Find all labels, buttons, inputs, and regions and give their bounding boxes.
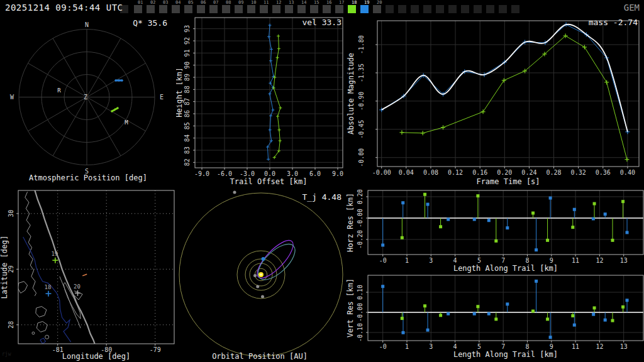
panel-title-q: Q* 35.6 (133, 18, 167, 28)
stems (381, 193, 628, 251)
tick-label: -0 (379, 343, 387, 350)
ticks: -013457891112130.20-0.00-0.20 (357, 189, 628, 264)
tick-label: 0.36 (596, 169, 611, 176)
ticks: -0.000.040.080.120.160.200.240.280.320.3… (358, 35, 635, 176)
frame-slot-empty[interactable] (436, 5, 444, 13)
frame-slot-empty[interactable] (448, 5, 457, 13)
tick-label: 5 (477, 343, 481, 350)
tick-label: 0.20 (357, 189, 364, 204)
tick-label: 0.12 (448, 169, 463, 176)
frame-slot-empty[interactable] (398, 5, 406, 13)
frame-thumbnail-16[interactable]: 16 (323, 5, 331, 13)
frame-slot-empty[interactable] (486, 5, 494, 13)
tick-label: 12 (596, 257, 603, 264)
tick-label: 9.0 (332, 170, 343, 177)
tick-label: 13 (620, 343, 628, 350)
sky-streaks (111, 79, 123, 112)
panel-caption: Orbital Position [AU] (212, 352, 308, 361)
planet-mercury (253, 274, 257, 277)
frame-thumbnail-13[interactable]: 13 (285, 5, 293, 13)
frame-number: 10 (251, 1, 256, 5)
y-axis-label: Horz Res [km] (346, 193, 355, 252)
frame-thumbnail-18[interactable]: 18 (348, 5, 356, 13)
planet-jupiter (233, 191, 236, 194)
frame-thumbnail-02[interactable]: 02 (147, 5, 155, 13)
status-bar: 0102030405060708091011121314151617181920… (0, 0, 644, 16)
frame-slot-empty[interactable] (411, 5, 419, 13)
meteor-analysis-dashboard: 0102030405060708091011121314151617181920… (0, 0, 644, 362)
tick-label: 83 (184, 146, 191, 154)
tick-label: 90 (184, 62, 191, 69)
x-axis-label: Trail Offset [km] (230, 177, 308, 186)
tick-label: 6.0 (309, 170, 321, 177)
tick-label: -0.90 (358, 92, 365, 111)
series (266, 24, 282, 161)
frame-thumbnail-19[interactable]: 19 (360, 5, 369, 13)
tick-label: 0.20 (497, 169, 512, 176)
tick-label: 11 (572, 257, 579, 264)
frame-slot-empty[interactable] (386, 5, 394, 13)
frame-thumbnail-05[interactable]: 05 (184, 5, 192, 13)
tick-label: 13 (620, 257, 628, 264)
tick-label: 12 (596, 343, 603, 350)
tick-label: 30 (8, 210, 14, 217)
frame-thumbnail-10[interactable]: 10 (247, 5, 255, 13)
frame-thumbnail-15[interactable]: 15 (310, 5, 318, 13)
frame-slot-empty[interactable] (474, 5, 482, 13)
y-axis-label: Absolute Magnitude (347, 53, 355, 134)
tick-label: 0.08 (423, 169, 438, 176)
x-axis-label: Length Along Trail [km] (453, 264, 558, 273)
tick-label: 3 (429, 343, 433, 350)
frame-thumbnail-08[interactable]: 08 (222, 5, 230, 13)
frame-thumbnail-14[interactable]: 14 (297, 5, 306, 13)
tick-label: 5 (477, 257, 481, 264)
tick-label: 0.40 (620, 169, 635, 176)
frame-thumbnail-12[interactable]: 12 (272, 5, 280, 13)
tick-label: -0.10 (357, 323, 364, 342)
grid (368, 190, 643, 255)
tick-label: 91 (184, 49, 191, 57)
frame-thumbnail-20[interactable]: 20 (373, 5, 381, 13)
orbit-solution-2 (252, 238, 301, 286)
frame-slot-empty[interactable] (461, 5, 469, 13)
frame-thumbnail-17[interactable]: 17 (335, 5, 343, 13)
frame-number: 17 (339, 1, 344, 5)
zenith-label: Z (84, 94, 87, 101)
frame-number: 11 (264, 1, 269, 5)
tick-label: -0.00 (357, 303, 364, 322)
frame-thumbnail-09[interactable]: 09 (235, 5, 243, 13)
annotation-M: M (125, 119, 128, 126)
tick-label: -0.20 (357, 230, 364, 249)
frame-slot-empty[interactable] (423, 5, 431, 13)
tick-label: -9.0 (194, 170, 209, 177)
frame-thumbnail-07[interactable]: 07 (209, 5, 218, 13)
tick-label: 8 (525, 257, 529, 264)
tick-label: 89 (184, 74, 191, 81)
y-axis-label: Vert Res [km] (346, 278, 355, 337)
frame-slot-empty[interactable] (499, 5, 507, 13)
x-axis-label: Longitude [deg] (62, 352, 130, 361)
panel-title-tj: T_j 4.48 (302, 192, 341, 202)
station-markers: 191820 (45, 251, 87, 297)
frame-slot-empty[interactable] (511, 5, 519, 13)
frame-thumbnail-04[interactable]: 04 (172, 5, 180, 13)
lightcurve-panel: -0.000.040.080.120.160.200.240.280.320.3… (346, 16, 644, 189)
y-axis-label: Latitude [deg] (0, 235, 9, 299)
frame-thumbnail-06[interactable]: 06 (197, 5, 205, 13)
planet-venus (256, 285, 259, 288)
frame-number: 19 (364, 1, 369, 5)
tick-label: 85 (184, 122, 191, 129)
tick-label: 1 (405, 343, 409, 350)
tick-label: 0.32 (571, 169, 586, 176)
frame-thumbnail-11[interactable]: 11 (260, 5, 268, 13)
tick-label: -6.0 (217, 170, 232, 177)
frame-thumbnail-03[interactable]: 03 (159, 5, 167, 13)
tick-label: 0.28 (546, 169, 561, 176)
panel-caption: Atmospheric Position [deg] (29, 173, 147, 182)
frame-number: 08 (226, 1, 231, 5)
frame-number: 15 (314, 1, 319, 5)
frame-number: 20 (377, 1, 382, 5)
watermark: rjw (2, 351, 11, 357)
frame-thumbnail-01[interactable]: 01 (134, 5, 142, 13)
tick-label: 82 (184, 158, 191, 166)
